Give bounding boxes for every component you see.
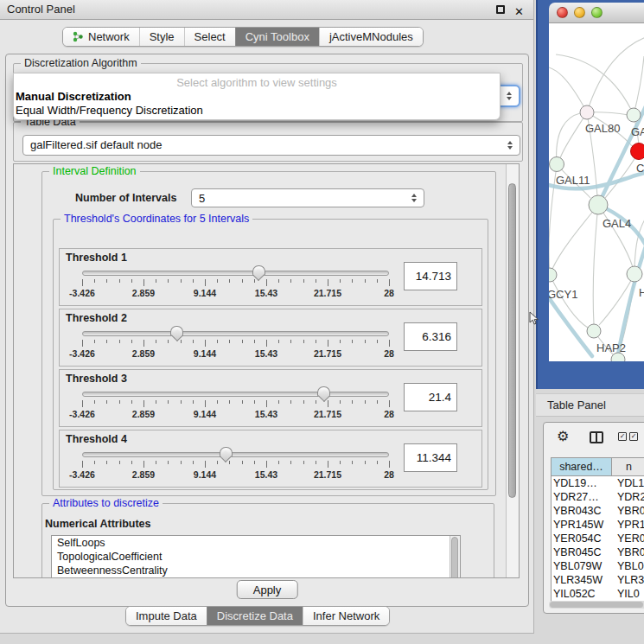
tick-label: 2.859: [132, 409, 155, 419]
threshold-value-input[interactable]: [404, 443, 457, 472]
slider-tick: [106, 400, 107, 404]
tab-infer-network[interactable]: Infer Network: [303, 607, 389, 625]
apply-button[interactable]: Apply: [237, 580, 298, 599]
slider-tick: [365, 279, 366, 283]
columns-icon[interactable]: [590, 431, 603, 443]
threshold-slider-thumb[interactable]: [317, 386, 330, 397]
tab-impute-data[interactable]: Impute Data: [126, 607, 207, 625]
slider-track[interactable]: [82, 452, 389, 457]
threshold-slider-thumb[interactable]: [220, 447, 233, 457]
network-node-hap2[interactable]: [587, 324, 601, 338]
gear-icon[interactable]: ⚙: [557, 430, 569, 443]
tab-jactivemnodules[interactable]: jActiveMNodules: [319, 28, 423, 46]
threshold-value-input[interactable]: [404, 383, 457, 411]
network-node-gal11[interactable]: [550, 157, 564, 172]
table-row[interactable]: YIL052CYIL0: [552, 587, 644, 601]
node-label: HAP2: [596, 341, 626, 354]
slider-tick: [242, 340, 243, 343]
horizontal-scrollbar[interactable]: [549, 601, 644, 609]
table-cell: YDL1: [612, 476, 644, 490]
slider-track[interactable]: [82, 392, 389, 397]
table-cell: YDR2: [612, 490, 644, 504]
list-scrollbar[interactable]: [450, 536, 460, 578]
tab-cyni-toolbox[interactable]: Cyni Toolbox: [235, 28, 319, 46]
attribute-item-topologicalcoefficient[interactable]: TopologicalCoefficient: [52, 550, 460, 564]
number-of-intervals-spinner[interactable]: 5: [191, 188, 424, 207]
close-window-icon[interactable]: ✕: [514, 3, 524, 22]
table-cell: YDL19…: [552, 476, 612, 490]
slider-tick: [143, 461, 144, 468]
slider-tick: [316, 279, 316, 283]
threshold-slider-thumb[interactable]: [252, 265, 265, 276]
network-node-ga[interactable]: [627, 108, 641, 122]
network-window-titlebar[interactable]: [549, 3, 644, 23]
zoom-traffic-light[interactable]: [591, 7, 603, 18]
algorithm-dropdown-popup: Select algorithm to view settings Manual…: [13, 73, 501, 120]
control-panel-titlebar[interactable]: Control Panel ✕: [0, 0, 533, 20]
interval-definition-title: Interval Definition: [49, 165, 140, 177]
attribute-item-selfloops[interactable]: SelfLoops: [52, 536, 460, 550]
slider-ticks: [82, 340, 389, 348]
threshold-value-input[interactable]: [404, 262, 457, 290]
slider-tick: [278, 461, 279, 464]
close-traffic-light[interactable]: [557, 7, 568, 18]
tick-label: 2.859: [132, 469, 155, 480]
network-canvas[interactable]: GAL80GACGAL11GAL4GCY1HHAP2: [549, 23, 644, 361]
tab-style[interactable]: Style: [139, 28, 184, 46]
table-row[interactable]: YPR145WYPR1: [552, 518, 644, 532]
list-scrollbar-thumb[interactable]: [451, 537, 458, 578]
slider-tick: [389, 279, 390, 286]
top-tab-bar: NetworkStyleSelectCyni ToolboxjActiveMNo…: [62, 27, 424, 47]
vertical-scrollbar[interactable]: [506, 164, 519, 577]
tab-discretize-data[interactable]: Discretize Data: [207, 607, 303, 625]
slider-tick: [365, 461, 366, 464]
table-row[interactable]: YER054CYER0: [552, 532, 644, 545]
threshold-value-input[interactable]: [404, 322, 457, 351]
table-cell: YER0: [612, 532, 644, 545]
table-cell: YBL0: [612, 559, 644, 573]
table-panel-titlebar[interactable]: Table Panel: [536, 393, 644, 417]
slider-track[interactable]: [82, 271, 389, 276]
tick-label: 9.144: [194, 288, 216, 298]
table-row[interactable]: YDL19…YDL1: [552, 476, 644, 490]
table-row[interactable]: YLR345WYLR3: [552, 573, 644, 587]
column-header-n[interactable]: n: [612, 458, 644, 475]
attribute-item-betweennesscentrality[interactable]: BetweennessCentrality: [52, 564, 460, 577]
minimize-traffic-light[interactable]: [574, 7, 585, 18]
table-row[interactable]: YDR27…YDR2: [552, 490, 644, 504]
table-data-combobox[interactable]: galFiltered.sif default node: [22, 135, 520, 156]
tab-select[interactable]: Select: [184, 28, 235, 46]
float-window-icon[interactable]: [496, 5, 505, 14]
slider-tick: [156, 340, 156, 343]
table-cell: YIL0: [612, 587, 644, 601]
slider-tick-labels: -3.4262.8599.14415.4321.71528: [82, 409, 389, 419]
network-node-h[interactable]: [627, 266, 642, 282]
node-label: GCY1: [549, 288, 577, 301]
table-row[interactable]: YBR045CYBR0: [552, 545, 644, 559]
checkbox-icon[interactable]: ✓: [618, 432, 627, 441]
checkbox-icon[interactable]: ✓: [629, 432, 638, 441]
slider-tick: [242, 400, 243, 404]
network-node-gcy1[interactable]: [549, 268, 557, 282]
popup-option-manual-discretization[interactable]: Manual Discretization: [14, 90, 500, 104]
tick-label: 21.715: [314, 469, 341, 480]
column-header-shared-[interactable]: shared…: [552, 458, 612, 475]
horizontal-scrollbar-thumb[interactable]: [550, 602, 643, 608]
slider-track[interactable]: [82, 331, 389, 336]
vertical-scrollbar-thumb[interactable]: [508, 183, 516, 498]
slider-tick: [365, 340, 366, 343]
table-row[interactable]: YBR043CYBR0: [552, 504, 644, 518]
threshold-slider-thumb[interactable]: [170, 326, 183, 336]
tab-label: Select: [194, 30, 226, 43]
node-label: H: [639, 286, 644, 299]
network-node-c[interactable]: [631, 143, 644, 160]
network-node-gal80[interactable]: [580, 105, 594, 119]
network-node-gal4[interactable]: [589, 195, 608, 214]
slider-tick: [303, 400, 304, 404]
tab-network[interactable]: Network: [63, 28, 139, 46]
popup-option-equal-width-frequency-discretization[interactable]: Equal Width/Frequency Discretization: [14, 104, 500, 118]
slider-tick: [266, 279, 267, 286]
table-row[interactable]: YBL079WYBL0: [552, 559, 644, 573]
slider-tick: [82, 340, 83, 347]
number-of-intervals-label: Number of Intervals: [75, 192, 176, 204]
